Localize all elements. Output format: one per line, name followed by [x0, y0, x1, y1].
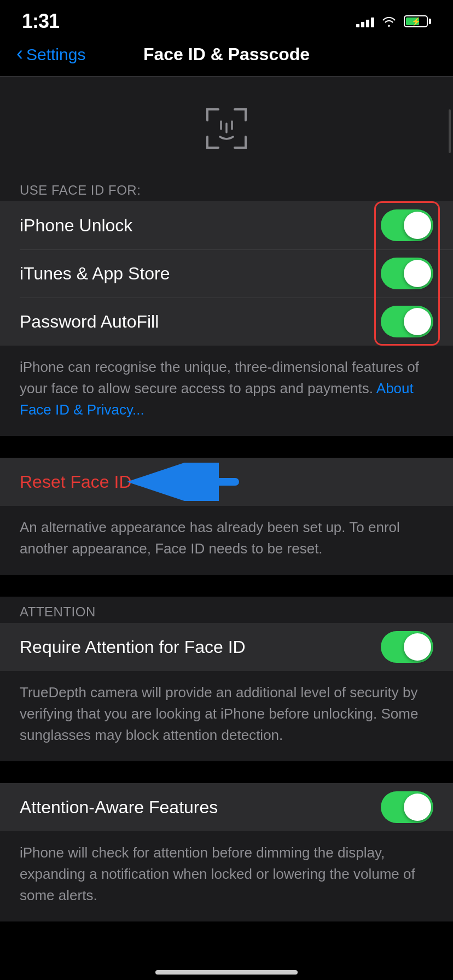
toggle-thumb: [404, 633, 431, 661]
status-icons: ⚡: [356, 15, 431, 27]
attention-section-label: ATTENTION: [20, 604, 433, 620]
section-gap-1: [0, 436, 453, 458]
attention-label-container: ATTENTION: [0, 597, 453, 623]
password-autofill-row[interactable]: Password AutoFill: [0, 298, 453, 346]
faceid-description-text: iPhone can recognise the unique, three-d…: [20, 359, 419, 418]
require-attention-desc-text: TrueDepth camera will provide an additio…: [20, 684, 418, 743]
battery-icon: ⚡: [404, 15, 431, 27]
faceid-graphic-icon: [202, 104, 251, 153]
attention-aware-desc-text: iPhone will check for attention before d…: [20, 844, 415, 903]
password-autofill-label: Password AutoFill: [20, 312, 159, 332]
itunes-appstore-row[interactable]: iTunes & App Store: [0, 249, 453, 298]
back-button[interactable]: ‹ Settings: [16, 44, 115, 65]
iphone-unlock-toggle[interactable]: [381, 209, 433, 241]
section-gap-2: [0, 575, 453, 597]
faceid-icon-section: [0, 77, 453, 175]
status-bar: 1:31 ⚡: [0, 0, 453, 38]
reset-description-section: An alternative appearance has already be…: [0, 506, 453, 575]
back-chevron-icon: ‹: [16, 42, 23, 65]
back-label[interactable]: Settings: [26, 45, 85, 64]
attention-aware-label: Attention-Aware Features: [20, 797, 218, 818]
faceid-toggle-section: iPhone Unlock iTunes & App Store Passwor…: [0, 201, 453, 346]
section-label-use-faceid: USE FACE ID FOR:: [20, 183, 433, 198]
password-autofill-toggle[interactable]: [381, 306, 433, 337]
blue-arrow-annotation: [126, 463, 246, 501]
reset-faceid-label[interactable]: Reset Face ID: [20, 472, 132, 492]
attention-aware-desc-section: iPhone will check for attention before d…: [0, 831, 453, 921]
nav-header: ‹ Settings Face ID & Passcode: [0, 38, 453, 76]
scroll-indicator[interactable]: [449, 109, 451, 153]
require-attention-label: Require Attention for Face ID: [20, 637, 246, 657]
attention-aware-row[interactable]: Attention-Aware Features: [0, 783, 453, 831]
iphone-unlock-label: iPhone Unlock: [20, 215, 132, 236]
page-title: Face ID & Passcode: [115, 44, 338, 65]
reset-faceid-row[interactable]: Reset Face ID: [0, 458, 453, 506]
require-attention-row[interactable]: Require Attention for Face ID: [0, 623, 453, 671]
toggle-thumb: [404, 794, 431, 821]
toggle-thumb: [404, 212, 431, 239]
itunes-appstore-toggle[interactable]: [381, 258, 433, 289]
home-indicator: [155, 970, 298, 975]
faceid-description-section: iPhone can recognise the unique, three-d…: [0, 346, 453, 436]
signal-icon: [356, 15, 374, 27]
wifi-icon: [382, 16, 396, 27]
iphone-unlock-row[interactable]: iPhone Unlock: [0, 201, 453, 249]
toggle-thumb: [404, 260, 431, 287]
attention-aware-toggle[interactable]: [381, 791, 433, 823]
itunes-appstore-label: iTunes & App Store: [20, 264, 170, 284]
require-attention-desc-section: TrueDepth camera will provide an additio…: [0, 671, 453, 761]
toggle-thumb: [404, 308, 431, 335]
require-attention-toggle[interactable]: [381, 631, 433, 663]
reset-description-text: An alternative appearance has already be…: [20, 519, 400, 557]
section-gap-3: [0, 761, 453, 783]
status-time: 1:31: [22, 10, 59, 33]
use-faceid-label: USE FACE ID FOR:: [0, 175, 453, 201]
